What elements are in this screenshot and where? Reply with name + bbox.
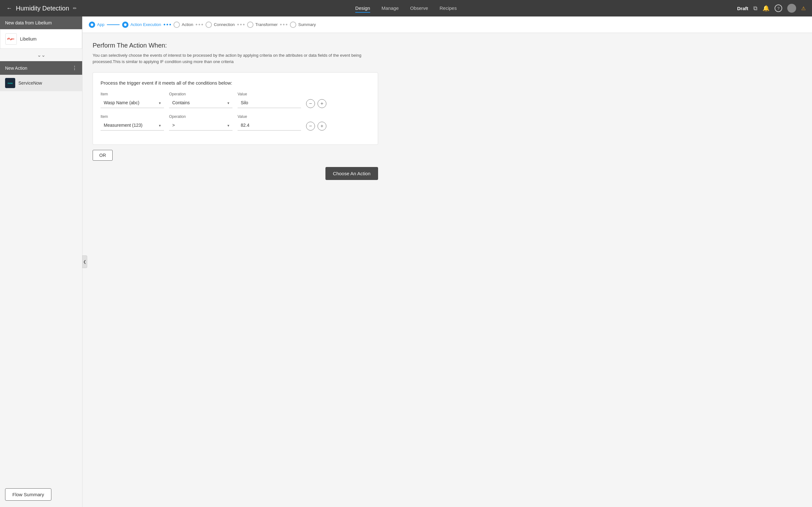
step-ae-circle [122, 21, 129, 28]
servicenow-logo: now [5, 78, 15, 88]
dot [237, 24, 239, 25]
conditions-header: Process the trigger event if it meets al… [101, 80, 370, 86]
dot [283, 24, 285, 25]
operation-select-wrapper-2: > [169, 120, 233, 130]
action-section-header: New Action ⋮ [0, 61, 82, 75]
step-transformer-circle [247, 21, 253, 28]
libelium-logo [5, 33, 17, 45]
content-area: App Action Execution Action [83, 16, 812, 507]
flow-summary-button[interactable]: Flow Summary [5, 488, 51, 501]
step-ae-label: Action Execution [131, 22, 161, 27]
item-select-1[interactable]: Wasp Name (abc) [101, 98, 164, 108]
expand-icon[interactable]: ⌄⌄ [0, 49, 82, 61]
dot [166, 24, 168, 25]
step-summary[interactable]: Summary [290, 21, 316, 28]
operation-col-2: Operation > [169, 114, 233, 130]
dot [169, 24, 171, 25]
operation-label-2: Operation [169, 114, 233, 119]
step-transformer-label: Transformer [255, 22, 277, 27]
step-connection[interactable]: Connection [206, 21, 235, 28]
svg-point-0 [7, 38, 9, 40]
edit-icon[interactable]: ✏ [73, 6, 77, 11]
operation-select-2[interactable]: > [169, 120, 233, 130]
servicenow-item[interactable]: now ServiceNow [0, 75, 82, 91]
trigger-section-header: New data from Libelium [0, 16, 82, 29]
dot [201, 24, 203, 25]
item-select-2[interactable]: Measurement (123) [101, 120, 164, 130]
value-input-2[interactable] [238, 120, 301, 130]
more-options-icon[interactable]: ⋮ [72, 65, 77, 71]
value-label-2: Value [238, 114, 301, 119]
nav-design[interactable]: Design [355, 4, 370, 13]
nav-observe[interactable]: Observe [410, 4, 428, 13]
dots-3 [237, 24, 245, 25]
warning-icon: ⚠ [801, 5, 806, 11]
step-transformer[interactable]: Transformer [247, 21, 277, 28]
condition-row-2: Item Measurement (123) Operation > [101, 114, 370, 130]
remove-condition-1[interactable]: − [306, 99, 315, 108]
step-app-label: App [97, 22, 104, 27]
app-title: Humidity Detection [16, 5, 69, 12]
add-condition-1[interactable]: + [317, 99, 326, 108]
or-button[interactable]: OR [93, 150, 113, 161]
nav-right: Draft ⧉ 🔔 ? ⚠ [737, 4, 806, 13]
dot [243, 24, 245, 25]
form-title: Perform The Action When: [93, 42, 802, 49]
libelium-label: Libelium [20, 37, 37, 42]
item-label-1: Item [101, 92, 164, 96]
action-bar: Choose An Action [93, 167, 378, 180]
main-layout: New data from Libelium Libelium ⌄⌄ New A… [0, 16, 812, 507]
row2-actions: − + [306, 122, 326, 130]
operation-label-1: Operation [169, 92, 233, 96]
item-col-2: Item Measurement (123) [101, 114, 164, 130]
operation-select-wrapper-1: Contains [169, 98, 233, 108]
dots-2 [196, 24, 203, 25]
item-select-wrapper-2: Measurement (123) [101, 120, 164, 130]
add-condition-2[interactable]: + [317, 122, 326, 130]
value-col-2: Value [238, 114, 301, 130]
item-select-wrapper-1: Wasp Name (abc) [101, 98, 164, 108]
dot [196, 24, 197, 25]
step-action[interactable]: Action [173, 21, 193, 28]
value-input-1[interactable] [238, 98, 301, 108]
sidebar-section-trigger: New data from Libelium Libelium [0, 16, 82, 49]
sidebar-section-action: New Action ⋮ now ServiceNow [0, 61, 82, 91]
dot [199, 24, 200, 25]
external-link-icon[interactable]: ⧉ [753, 5, 757, 12]
step-app[interactable]: App [89, 21, 104, 28]
help-icon[interactable]: ? [774, 4, 782, 12]
step-app-circle [89, 21, 95, 28]
value-label-1: Value [238, 92, 301, 96]
action-section-label: New Action [5, 66, 27, 71]
form-area: Perform The Action When: You can selecti… [83, 33, 812, 507]
collapse-sidebar-button[interactable]: ❮ [82, 256, 87, 268]
dot [240, 24, 242, 25]
dots-4 [280, 24, 287, 25]
operation-select-1[interactable]: Contains [169, 98, 233, 108]
libelium-item[interactable]: Libelium [0, 29, 82, 49]
row1-actions: − + [306, 99, 326, 108]
step-action-execution[interactable]: Action Execution [122, 21, 161, 28]
avatar[interactable] [787, 4, 796, 13]
nav-recipes[interactable]: Recipes [440, 4, 457, 13]
step-nav: App Action Execution Action [83, 16, 812, 33]
operation-col-1: Operation Contains [169, 92, 233, 108]
nav-center: Design Manage Observe Recipes [355, 4, 457, 13]
step-summary-label: Summary [298, 22, 316, 27]
value-col-1: Value [238, 92, 301, 108]
dot [164, 24, 165, 25]
step-action-label: Action [182, 22, 193, 27]
bell-icon[interactable]: 🔔 [763, 5, 769, 12]
remove-condition-2[interactable]: − [306, 122, 315, 130]
sidebar: New data from Libelium Libelium ⌄⌄ New A… [0, 16, 83, 507]
form-description: You can selectively choose the events of… [93, 52, 378, 65]
top-nav: ← Humidity Detection ✏ Design Manage Obs… [0, 0, 812, 16]
dots-1 [164, 24, 171, 25]
step-connection-circle [206, 21, 212, 28]
step-line-1 [107, 24, 119, 25]
step-action-circle [173, 21, 180, 28]
choose-action-button[interactable]: Choose An Action [325, 167, 378, 180]
back-button[interactable]: ← [6, 5, 12, 12]
nav-manage[interactable]: Manage [382, 4, 399, 13]
item-label-2: Item [101, 114, 164, 119]
